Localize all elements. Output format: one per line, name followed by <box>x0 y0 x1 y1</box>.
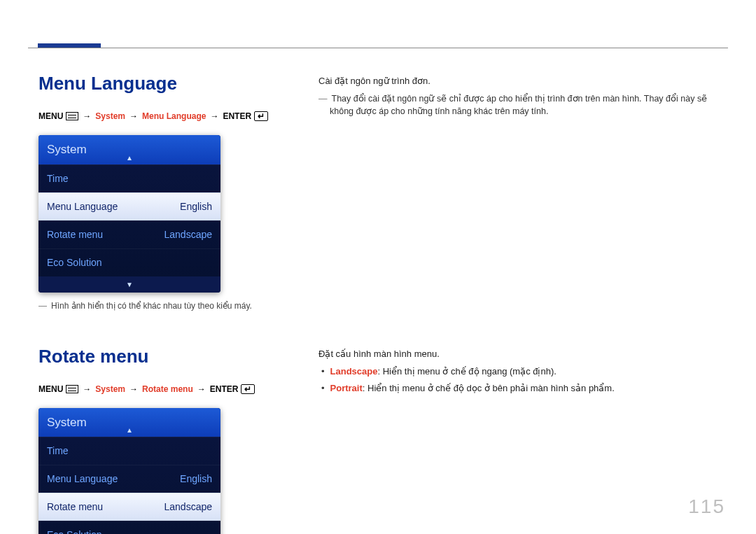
desc-line: Cài đặt ngôn ngữ trình đơn. <box>318 74 728 88</box>
osd-header: System ▲ <box>38 408 220 437</box>
image-disclaimer: Hình ảnh hiển thị có thể khác nhau tùy t… <box>38 300 290 312</box>
arrow-icon <box>196 383 207 395</box>
option-text: : Hiển thị menu ở chế độ dọc ở bên phải … <box>363 383 615 393</box>
enter-icon <box>241 384 255 394</box>
chevron-up-icon: ▲ <box>126 425 133 435</box>
section-menu-language: Menu Language MENU System Menu Language … <box>38 70 728 322</box>
breadcrumb: MENU System Menu Language ENTER <box>38 110 290 122</box>
osd-row-label: Rotate menu <box>47 227 103 242</box>
desc-note: Thay đổi cài đặt ngôn ngữ sẽ chỉ được áp… <box>318 92 728 119</box>
arrow-icon <box>209 110 220 122</box>
osd-row-label: Eco Solution <box>47 255 102 270</box>
section-title: Rotate menu <box>38 343 290 370</box>
bc-menu: MENU <box>38 383 63 395</box>
osd-row[interactable]: Rotate menuLandscape <box>38 220 220 248</box>
bc-enter: ENTER <box>223 110 251 122</box>
bc-system: System <box>95 383 125 395</box>
breadcrumb: MENU System Rotate menu ENTER <box>38 383 290 395</box>
osd-header: System ▲ <box>38 135 220 164</box>
osd-menu: System ▲ TimeMenu LanguageEnglishRotate … <box>38 408 220 535</box>
top-rule <box>28 48 728 48</box>
menu-icon <box>66 112 78 120</box>
osd-row[interactable]: Time <box>38 437 220 465</box>
description-column: Đặt cấu hình màn hình menu. Landscape: H… <box>318 343 728 535</box>
description-column: Cài đặt ngôn ngữ trình đơn. Thay đổi cài… <box>318 70 728 322</box>
osd-title: System <box>47 143 87 156</box>
osd-row-value: Landscape <box>164 500 212 514</box>
osd-row[interactable]: Menu LanguageEnglish <box>38 192 220 220</box>
page-number: 115 <box>688 492 725 521</box>
bc-enter: ENTER <box>210 383 239 395</box>
left-column: Rotate menu MENU System Rotate menu ENTE… <box>38 343 290 535</box>
arrow-icon <box>81 383 92 395</box>
option-key: Landscape <box>330 366 378 377</box>
osd-row-value: Landscape <box>164 227 212 242</box>
bc-system: System <box>95 110 125 122</box>
section-rotate-menu: Rotate menu MENU System Rotate menu ENTE… <box>38 343 728 535</box>
osd-row[interactable]: Eco Solution <box>38 248 220 276</box>
osd-row[interactable]: Menu LanguageEnglish <box>38 465 220 493</box>
bc-menu: MENU <box>38 110 63 122</box>
osd-row[interactable]: Rotate menuLandscape <box>38 493 220 521</box>
osd-row-value: English <box>180 199 212 214</box>
osd-row[interactable]: Time <box>38 164 220 192</box>
section-title: Menu Language <box>38 70 290 97</box>
arrow-icon <box>81 110 92 122</box>
manual-page: Menu Language MENU System Menu Language … <box>0 0 756 534</box>
osd-title: System <box>47 416 87 429</box>
osd-row-label: Eco Solution <box>47 528 102 534</box>
arrow-icon <box>128 110 139 122</box>
osd-menu: System ▲ TimeMenu LanguageEnglishRotate … <box>38 135 220 293</box>
osd-row-label: Menu Language <box>47 199 118 214</box>
osd-row-label: Menu Language <box>47 472 118 486</box>
chevron-up-icon: ▲ <box>126 153 133 163</box>
option-item: Landscape: Hiển thị menu ở chế độ ngang … <box>321 365 728 379</box>
osd-row-label: Rotate menu <box>47 500 103 514</box>
arrow-icon <box>128 383 139 395</box>
osd-row-label: Time <box>47 171 69 186</box>
osd-rows: TimeMenu LanguageEnglishRotate menuLands… <box>38 164 220 276</box>
option-list: Landscape: Hiển thị menu ở chế độ ngang … <box>318 365 728 395</box>
bc-item: Menu Language <box>142 110 206 122</box>
enter-icon <box>254 111 268 121</box>
osd-row-label: Time <box>47 444 69 458</box>
option-item: Portrait: Hiển thị menu ở chế độ dọc ở b… <box>321 381 728 395</box>
chevron-down-icon: ▼ <box>38 276 220 293</box>
option-text: : Hiển thị menu ở chế độ ngang (mặc định… <box>377 366 556 377</box>
osd-rows: TimeMenu LanguageEnglishRotate menuLands… <box>38 437 220 534</box>
bc-item: Rotate menu <box>142 383 193 395</box>
menu-icon <box>66 385 78 393</box>
osd-row[interactable]: Eco Solution <box>38 521 220 534</box>
left-column: Menu Language MENU System Menu Language … <box>38 70 290 322</box>
desc-line: Đặt cấu hình màn hình menu. <box>318 347 728 361</box>
option-key: Portrait <box>330 383 363 393</box>
osd-row-value: English <box>180 472 212 486</box>
accent-bar <box>38 43 101 48</box>
